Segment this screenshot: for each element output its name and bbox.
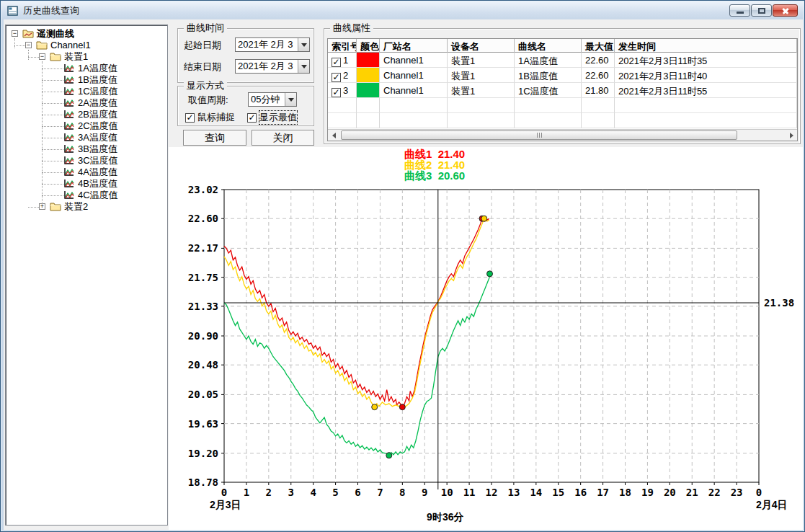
x-tick-label: 15 [552, 487, 564, 498]
maximize-button[interactable] [751, 4, 772, 17]
tree-item-label: 1B温度值 [78, 74, 117, 86]
tree-item-1C温度值[interactable]: 1C温度值 [6, 86, 167, 97]
column-header-设备名: 设备名 [448, 39, 515, 53]
tree-connector-line [42, 80, 63, 81]
curve-time-group: 曲线时间 起始日期 2021年 2月 3 结束日期 2021年 2月 3 [177, 28, 314, 83]
end-date-combobox[interactable]: 2021年 2月 3 [235, 59, 310, 74]
curve-color-swatch [357, 53, 379, 67]
crosshair-time-label: 9时36分 [427, 511, 463, 523]
x-tick-label: 1 [244, 487, 249, 498]
tree-connector-line [14, 38, 15, 48]
x-tick-label: 6 [355, 487, 360, 498]
tree-item-2B温度值[interactable]: 2B温度值 [6, 109, 167, 120]
y-tick-label: 22.17 [188, 242, 218, 254]
x-tick-label: 0 [221, 487, 227, 498]
period-dropdown-button[interactable] [285, 93, 296, 106]
scroll-left-button[interactable] [328, 130, 339, 141]
display-mode-group: 显示方式 取值周期: 05分钟 ✓ 鼠标捕捉 ✓ 显示最值 [177, 86, 314, 126]
mouse-capture-checkbox[interactable]: ✓ [185, 113, 195, 123]
x-tick-label: 23 [731, 487, 743, 498]
window-title: 历史曲线查询 [23, 4, 79, 17]
curve-icon [63, 121, 75, 130]
end-date-dropdown-button[interactable] [298, 60, 309, 73]
tree-item-label: 装置1 [64, 51, 88, 63]
tree-item-1A温度值[interactable]: 1A温度值 [6, 63, 167, 74]
x-tick-label: 11 [463, 487, 476, 498]
tree-item-遥测曲线[interactable]: −遥测曲线 [6, 28, 167, 40]
tree-item-label: 2A温度值 [78, 97, 117, 109]
table-row[interactable]: ✓3Channel1装置11C温度值21.802021年2月3日11时55 [328, 83, 797, 98]
curve-icon [63, 156, 75, 165]
series-2-max-marker [481, 216, 487, 221]
tree-item-2A温度值[interactable]: 2A温度值 [6, 97, 167, 109]
cell-curve: 1A温度值 [515, 53, 582, 68]
tree-connector-line [42, 138, 63, 138]
table-row[interactable]: ✓1Channel1装置11A温度值22.602021年2月3日11时35 [328, 53, 797, 68]
tree-item-label: 4B温度值 [78, 178, 117, 190]
tree-item-label: 2B温度值 [78, 109, 117, 120]
x-date-left-label: 2月3日 [210, 499, 241, 510]
show-extremes-checkbox[interactable]: ✓ [247, 113, 257, 123]
cell-device: 装置1 [448, 68, 515, 83]
tree-connector-line [42, 68, 63, 69]
period-combobox[interactable]: 05分钟 [248, 92, 297, 107]
series-3-max-marker [487, 271, 493, 277]
start-date-dropdown-button[interactable] [298, 38, 309, 51]
row-visible-checkbox[interactable]: ✓ [332, 73, 341, 82]
chart-area: 曲线1 21.40曲线2 21.40曲线3 20.60 23.0222.6022… [169, 147, 803, 530]
tree-item-4A温度值[interactable]: 4A温度值 [6, 167, 167, 178]
cell-station: Channel1 [380, 53, 448, 68]
tree-item-3B温度值[interactable]: 3B温度值 [6, 143, 167, 155]
app-window: 历史曲线查询 −遥测曲线−Channel1−装置11A温度值1B温度值1C温度值… [0, 0, 805, 532]
tree-item-label: 1A温度值 [78, 63, 117, 74]
folder-curves-icon [22, 29, 34, 38]
tree-item-3C温度值[interactable]: 3C温度值 [6, 155, 167, 167]
row-visible-checkbox[interactable]: ✓ [332, 88, 341, 97]
tree-expander-minus[interactable]: − [39, 53, 45, 60]
show-extremes-label: 显示最值 [259, 111, 297, 124]
cell-device: 装置1 [448, 83, 515, 98]
tree-expander-minus[interactable]: − [25, 42, 32, 48]
tree-item-Channel1[interactable]: −Channel1 [6, 40, 167, 51]
crosshair-value-label: 21.38 [764, 297, 794, 309]
tree-item-1B温度值[interactable]: 1B温度值 [6, 74, 167, 86]
tree-item-3A温度值[interactable]: 3A温度值 [6, 132, 167, 143]
tree-connector-line [28, 50, 29, 60]
curve-time-group-title: 曲线时间 [184, 23, 227, 33]
minimize-button[interactable] [729, 4, 750, 17]
scrollbar-thumb[interactable] [341, 130, 737, 140]
y-tick-label: 20.05 [188, 389, 218, 400]
cell-color [357, 68, 380, 83]
folder-icon [36, 40, 48, 50]
scroll-right-button[interactable] [786, 130, 797, 141]
x-tick-label: 7 [377, 487, 383, 498]
table-hscrollbar[interactable] [328, 129, 797, 141]
tree-item-4B温度值[interactable]: 4B温度值 [6, 178, 167, 190]
x-tick-label: 13 [507, 487, 520, 498]
row-visible-checkbox[interactable]: ✓ [332, 58, 341, 67]
tree-item-label: Channel1 [50, 40, 91, 51]
cell-device: 装置1 [448, 53, 515, 68]
start-date-combobox[interactable]: 2021年 2月 3 [235, 37, 310, 52]
close-button[interactable] [773, 4, 798, 17]
chevron-down-icon [301, 65, 307, 68]
x-tick-label: 8 [399, 487, 405, 498]
close-dialog-button[interactable]: 关闭 [252, 130, 314, 146]
tree-item-4C温度值[interactable]: 4C温度值 [6, 190, 167, 201]
cell-max: 22.60 [582, 68, 615, 83]
close-icon [781, 7, 790, 14]
y-tick-label: 20.90 [188, 330, 218, 342]
y-tick-label: 23.02 [188, 184, 218, 195]
y-tick-label: 19.20 [188, 448, 218, 459]
history-curve-chart[interactable]: 23.0222.6022.1721.7521.3320.9020.4820.05… [174, 147, 805, 527]
curve-icon [63, 75, 75, 84]
table-row[interactable]: ✓2Channel1装置11B温度值22.602021年2月3日11时40 [328, 68, 797, 83]
tree-expander-minus[interactable]: − [12, 30, 18, 37]
cell-curve: 1B温度值 [515, 68, 582, 83]
query-button[interactable]: 查询 [183, 130, 246, 146]
tree-item-label: 4A温度值 [78, 167, 117, 178]
tree-item-2C温度值[interactable]: 2C温度值 [6, 120, 167, 132]
chevron-down-icon [301, 43, 307, 47]
display-mode-group-title: 显示方式 [184, 81, 227, 91]
tree-connector-line [28, 207, 39, 208]
